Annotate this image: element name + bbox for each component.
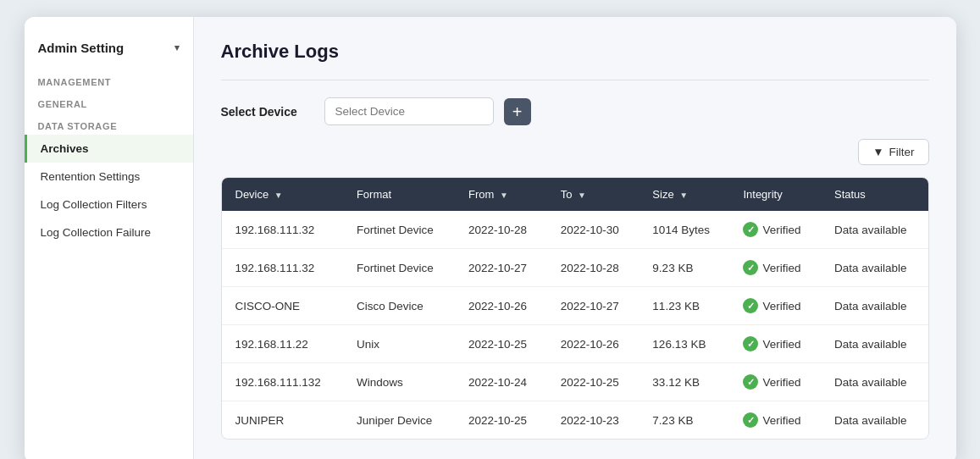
cell-format: Unix (343, 325, 455, 363)
admin-setting-label: Admin Setting (38, 41, 125, 55)
cell-status: Data available (821, 249, 928, 287)
cell-status: Data available (821, 211, 928, 249)
sidebar-item-retention[interactable]: Rentention Settings (25, 163, 193, 191)
verified-check-icon: ✓ (743, 412, 758, 428)
integrity-value: Verified (762, 224, 800, 236)
cell-device: 192.168.111.132 (222, 363, 343, 401)
cell-integrity: ✓ Verified (729, 363, 821, 401)
col-to[interactable]: To ▼ (547, 178, 639, 211)
cell-to: 2022-10-23 (547, 401, 639, 440)
col-format: Format (343, 178, 455, 211)
cell-from: 2022-10-24 (455, 363, 547, 401)
table-row: 192.168.111.32 Fortinet Device 2022-10-2… (222, 211, 928, 249)
cell-to: 2022-10-30 (547, 211, 639, 249)
chevron-down-icon: ▾ (174, 42, 180, 53)
cell-size: 33.12 KB (639, 363, 729, 401)
cell-integrity: ✓ Verified (729, 325, 821, 363)
sidebar-item-log-failure[interactable]: Log Collection Failure (25, 218, 193, 246)
cell-integrity: ✓ Verified (729, 249, 821, 287)
select-device-label: Select Device (221, 105, 314, 119)
cell-from: 2022-10-26 (455, 287, 547, 325)
table-row: 192.168.11.22 Unix 2022-10-25 2022-10-26… (222, 325, 928, 363)
sort-arrow-size: ▼ (679, 191, 688, 200)
cell-device: JUNIPER (222, 401, 343, 440)
filter-row: ▼ Filter (221, 139, 929, 165)
cell-to: 2022-10-28 (547, 249, 639, 287)
cell-status: Data available (821, 287, 928, 325)
cell-integrity: ✓ Verified (729, 287, 821, 325)
cell-to: 2022-10-26 (547, 325, 639, 363)
cell-to: 2022-10-27 (547, 287, 639, 325)
cell-status: Data available (821, 401, 928, 440)
cell-integrity: ✓ Verified (729, 401, 821, 440)
table-row: CISCO-ONE Cisco Device 2022-10-26 2022-1… (222, 287, 928, 325)
integrity-value: Verified (762, 376, 800, 389)
sidebar: Admin Setting ▾ MANAGEMENT GENERAL DATA … (25, 17, 194, 459)
sort-arrow-device: ▼ (274, 191, 283, 200)
page-title: Archive Logs (221, 41, 929, 63)
verified-check-icon: ✓ (743, 374, 758, 390)
cell-status: Data available (821, 363, 928, 401)
verified-check-icon: ✓ (743, 222, 758, 237)
integrity-value: Verified (762, 262, 800, 274)
cell-size: 11.23 KB (639, 287, 729, 325)
cell-from: 2022-10-28 (455, 211, 547, 249)
main-content: Archive Logs Select Device + ▼ Filter De… (194, 17, 956, 459)
cell-format: Fortinet Device (343, 249, 455, 287)
cell-to: 2022-10-25 (547, 363, 639, 401)
sidebar-item-log-filters[interactable]: Log Collection Filters (25, 191, 193, 218)
sidebar-header: Admin Setting ▾ (25, 34, 193, 69)
col-size[interactable]: Size ▼ (639, 178, 729, 211)
cell-size: 7.23 KB (639, 401, 729, 440)
sidebar-section-management: MANAGEMENT (25, 69, 193, 91)
filter-button[interactable]: ▼ Filter (858, 139, 928, 165)
cell-from: 2022-10-25 (455, 401, 547, 440)
verified-check-icon: ✓ (743, 336, 758, 351)
archive-table: Device ▼ Format From ▼ To ▼ Size ▼ Integ… (222, 178, 928, 439)
verified-check-icon: ✓ (743, 260, 758, 275)
integrity-value: Verified (762, 414, 800, 427)
table-row: JUNIPER Juniper Device 2022-10-25 2022-1… (222, 401, 928, 440)
app-container: Admin Setting ▾ MANAGEMENT GENERAL DATA … (25, 17, 956, 459)
table-body: 192.168.111.32 Fortinet Device 2022-10-2… (222, 211, 928, 439)
sort-arrow-to: ▼ (578, 191, 586, 200)
cell-device: 192.168.111.32 (222, 211, 343, 249)
cell-device: 192.168.111.32 (222, 249, 343, 287)
integrity-value: Verified (762, 338, 800, 351)
table-header: Device ▼ Format From ▼ To ▼ Size ▼ Integ… (222, 178, 928, 211)
filter-button-label: Filter (889, 146, 915, 158)
title-divider (221, 80, 929, 80)
cell-device: CISCO-ONE (222, 287, 343, 325)
table-row: 192.168.111.132 Windows 2022-10-24 2022-… (222, 363, 928, 401)
archive-table-wrapper: Device ▼ Format From ▼ To ▼ Size ▼ Integ… (221, 177, 929, 440)
cell-size: 126.13 KB (639, 325, 729, 363)
cell-format: Windows (343, 363, 455, 401)
verified-check-icon: ✓ (743, 298, 758, 313)
sidebar-section-datastorage: DATA STORAGE (25, 113, 193, 135)
integrity-value: Verified (762, 300, 800, 312)
cell-format: Cisco Device (343, 287, 455, 325)
table-row: 192.168.111.32 Fortinet Device 2022-10-2… (222, 249, 928, 287)
cell-format: Juniper Device (343, 401, 455, 440)
cell-size: 1014 Bytes (639, 211, 729, 249)
cell-format: Fortinet Device (343, 211, 455, 249)
sidebar-section-general: GENERAL (25, 91, 193, 113)
cell-status: Data available (821, 325, 928, 363)
col-integrity: Integrity (729, 178, 821, 211)
sort-arrow-from: ▼ (500, 191, 508, 200)
col-device[interactable]: Device ▼ (222, 178, 343, 211)
select-device-row: Select Device + (221, 97, 929, 125)
cell-integrity: ✓ Verified (729, 211, 821, 249)
cell-device: 192.168.11.22 (222, 325, 343, 363)
cell-from: 2022-10-27 (455, 249, 547, 287)
device-input[interactable] (324, 97, 494, 125)
cell-size: 9.23 KB (639, 249, 729, 287)
col-status: Status (821, 178, 928, 211)
add-device-button[interactable]: + (504, 98, 531, 125)
cell-from: 2022-10-25 (455, 325, 547, 363)
sidebar-item-archives[interactable]: Archives (25, 135, 193, 163)
filter-icon: ▼ (872, 146, 883, 158)
col-from[interactable]: From ▼ (455, 178, 547, 211)
